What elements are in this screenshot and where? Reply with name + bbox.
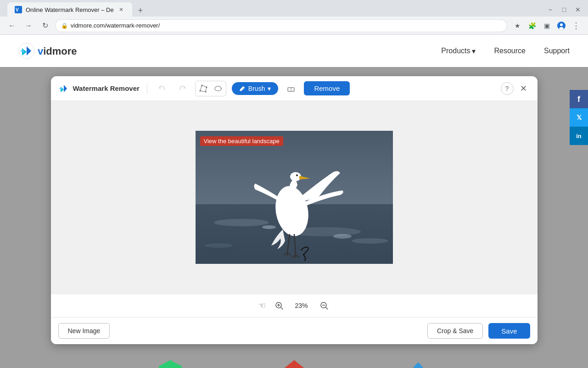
tab-close-button[interactable]: ✕ [118, 6, 125, 13]
undo-icon [158, 85, 166, 92]
refresh-button[interactable]: ↻ [39, 19, 51, 32]
back-button[interactable]: ← [6, 19, 18, 32]
forward-button[interactable]: → [22, 19, 35, 32]
vidmore-logo-icon [18, 43, 35, 59]
svg-point-7 [199, 90, 201, 91]
hand-tool-icon: ☜ [258, 301, 266, 311]
svg-point-9 [206, 86, 207, 88]
window-close-button[interactable]: ✕ [571, 3, 584, 16]
zoom-level: 23% [292, 302, 311, 309]
undo-button[interactable] [155, 81, 169, 96]
lock-icon: 🔒 [61, 22, 68, 29]
tab-bar: V Online Watermark Remover – De ✕ + [7, 2, 540, 17]
url-text: vidmore.com/watermark-remover/ [71, 22, 160, 29]
resource-nav-item[interactable]: Resource [494, 47, 525, 55]
svg-marker-6 [200, 85, 207, 92]
watermark-overlay: View the beautiful landscape [200, 136, 283, 146]
logo-link[interactable]: vidmore [18, 43, 77, 59]
svg-point-17 [214, 219, 269, 226]
svg-point-3 [560, 23, 563, 26]
remove-button[interactable]: Remove [304, 81, 350, 95]
facebook-icon: f [577, 95, 580, 104]
eraser-button[interactable] [284, 81, 298, 96]
redo-button[interactable] [175, 81, 190, 96]
zoom-controls: ☜ 23% [51, 294, 538, 317]
website-header: vidmore Products ▾ Resource Support [0, 35, 588, 67]
help-icon: ? [505, 85, 509, 92]
social-sidebar: f 𝕏 in [570, 90, 588, 145]
egret-image [196, 131, 393, 264]
url-bar[interactable]: 🔒 vidmore.com/watermark-remover/ [55, 19, 507, 32]
svg-point-4 [559, 27, 564, 30]
toolbar: Watermark Remover [51, 76, 538, 101]
svg-line-40 [326, 307, 328, 309]
help-button[interactable]: ? [501, 82, 514, 95]
svg-point-10 [205, 91, 206, 92]
svg-text:V: V [16, 7, 19, 12]
diamond-icon [278, 358, 310, 368]
products-chevron-icon: ▾ [472, 47, 476, 56]
zoom-in-button[interactable] [273, 300, 285, 312]
minimize-button[interactable]: − [544, 3, 557, 16]
svg-point-21 [262, 225, 276, 229]
lasso-select-button[interactable] [211, 82, 225, 95]
brush-chevron-icon: ▾ [268, 85, 271, 92]
zoom-in-icon [275, 301, 283, 310]
bottom-right-actions: Crop & Save Save [427, 323, 530, 339]
redo-icon [179, 85, 186, 92]
polygon-select-icon [199, 84, 207, 93]
toolbar-right: ? ✕ [501, 82, 530, 95]
toolbar-logo-icon [58, 83, 69, 94]
rocket-icon [402, 358, 434, 368]
browser-chrome: V Online Watermark Remover – De ✕ + − □ … [0, 0, 588, 35]
maximize-button[interactable]: □ [558, 3, 571, 16]
close-icon: ✕ [520, 84, 527, 94]
image-container: View the beautiful landscape [196, 131, 393, 264]
bottom-decorative-icons [145, 349, 443, 368]
svg-point-19 [352, 238, 388, 244]
brush-button[interactable]: Brush ▾ [232, 82, 279, 95]
twitter-icon: 𝕏 [577, 114, 582, 121]
logo-text: vidmore [38, 45, 77, 57]
linkedin-button[interactable]: in [570, 127, 588, 145]
save-button[interactable]: Save [488, 323, 530, 339]
page-background: f 𝕏 in Watermark Remover [0, 67, 588, 368]
new-image-button[interactable]: New Image [58, 323, 110, 339]
toolbar-divider-1 [147, 83, 147, 94]
tool-window: Watermark Remover [51, 76, 538, 344]
canvas-area[interactable]: View the beautiful landscape [51, 101, 538, 294]
brush-icon [239, 85, 246, 92]
bottom-bar: New Image Crop & Save Save [51, 317, 538, 344]
new-tab-button[interactable]: + [134, 4, 147, 17]
tab-title: Online Watermark Remover – De [26, 6, 114, 13]
svg-line-36 [281, 307, 283, 309]
lasso-select-icon [214, 84, 222, 93]
crop-save-button[interactable]: Crop & Save [427, 323, 483, 339]
toolbar-app-name: Watermark Remover [73, 84, 140, 92]
active-tab[interactable]: V Online Watermark Remover – De ✕ [7, 2, 132, 17]
main-image: View the beautiful landscape [196, 131, 393, 264]
chrome-menu-button[interactable]: ⋮ [570, 19, 582, 32]
bookmark-button[interactable]: ★ [511, 19, 524, 32]
shield-icon [154, 358, 186, 368]
polygon-select-button[interactable] [196, 82, 210, 95]
products-nav-item[interactable]: Products ▾ [441, 47, 476, 56]
tool-close-button[interactable]: ✕ [517, 82, 530, 95]
nav-menu: Products ▾ Resource Support [441, 47, 570, 56]
url-actions: ★ 🧩 ▣ ⋮ [511, 19, 582, 32]
sidebar-button[interactable]: ▣ [540, 19, 553, 32]
selection-tools [195, 81, 226, 96]
profile-button[interactable] [555, 19, 568, 32]
extensions-button[interactable]: 🧩 [526, 19, 538, 32]
svg-point-11 [215, 86, 221, 91]
window-controls-right[interactable]: − □ ✕ [544, 3, 584, 16]
zoom-out-button[interactable] [318, 300, 330, 312]
facebook-button[interactable]: f [570, 90, 588, 108]
address-bar: ← → ↻ 🔒 vidmore.com/watermark-remover/ ★… [0, 17, 588, 35]
twitter-button[interactable]: 𝕏 [570, 108, 588, 127]
eraser-icon [286, 84, 296, 93]
support-nav-item[interactable]: Support [544, 47, 570, 55]
svg-point-20 [205, 243, 232, 248]
toolbar-logo: Watermark Remover [58, 83, 140, 94]
zoom-out-icon [320, 301, 328, 310]
